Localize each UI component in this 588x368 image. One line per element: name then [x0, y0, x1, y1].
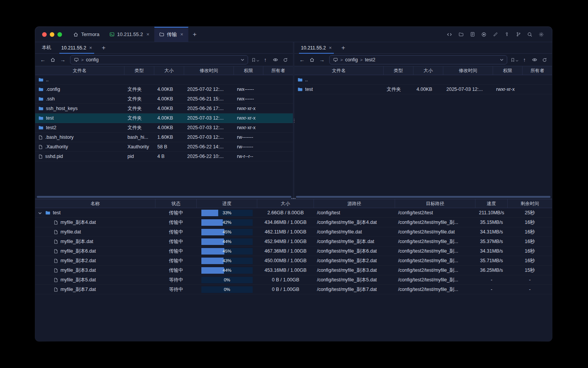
- branch-icon[interactable]: [514, 30, 523, 39]
- file-name: sshd.pid: [45, 154, 63, 159]
- home-button[interactable]: [48, 55, 57, 64]
- new-panel-tab-button[interactable]: +: [97, 42, 110, 53]
- transfer-row[interactable]: myfile_副本2.dat传输中43%450.00MB / 1.00GB/co…: [35, 256, 552, 266]
- close-tab-icon[interactable]: ×: [180, 32, 183, 37]
- terminal-icon: [109, 32, 114, 37]
- folder-icon: [38, 77, 44, 82]
- file-row[interactable]: test文件夹4.00KB2025-07-03 12:...rwxr-xr-x: [294, 85, 552, 94]
- transfer-row[interactable]: myfile_副本6.dat传输中45%467.36MB / 1.00GB/co…: [35, 246, 552, 256]
- bookmark-button[interactable]: [510, 55, 519, 64]
- key-icon[interactable]: [502, 30, 511, 39]
- show-hidden-button[interactable]: [271, 55, 280, 64]
- chevron-down-icon[interactable]: [500, 59, 503, 61]
- file-perm: rwxr-xr-x: [234, 123, 263, 132]
- panel-tab[interactable]: 本机: [37, 42, 56, 53]
- file-row[interactable]: .config文件夹4.00KB2025-07-02 12:...rwx----…: [35, 85, 293, 94]
- forward-button[interactable]: →: [58, 55, 67, 64]
- column-header[interactable]: 状态: [155, 199, 197, 208]
- path-field[interactable]: >config: [70, 55, 248, 64]
- column-header[interactable]: 大小: [413, 66, 443, 75]
- folder-outline-icon[interactable]: [456, 30, 466, 39]
- file-row[interactable]: ..: [35, 75, 293, 85]
- upload-button[interactable]: ↑: [520, 55, 529, 64]
- upload-button[interactable]: ↑: [261, 55, 270, 64]
- column-header[interactable]: 权限: [493, 66, 523, 75]
- new-window-tab-button[interactable]: +: [188, 27, 201, 42]
- transfer-row[interactable]: myfile_副本.dat传输中44%452.94MB / 1.00GB/con…: [35, 237, 552, 246]
- titlebar: Termora10.211.55.2×传输×+: [35, 27, 552, 42]
- refresh-button[interactable]: [540, 55, 549, 64]
- chevron-down-icon[interactable]: [241, 59, 244, 61]
- collapse-icon[interactable]: [38, 210, 43, 215]
- file-row[interactable]: .bash_historybash_hi...1.60KB2025-07-03 …: [35, 133, 293, 142]
- window-tab[interactable]: 传输×: [154, 27, 188, 42]
- record-icon[interactable]: [479, 30, 488, 39]
- code-icon[interactable]: [445, 30, 454, 39]
- file-row[interactable]: test文件夹4.00KB2025-07-03 12:...rwxr-xr-x: [35, 113, 293, 123]
- close-tab-icon[interactable]: ×: [89, 45, 92, 50]
- close-window-button[interactable]: [42, 32, 47, 37]
- transfer-row[interactable]: myfile_副本7.dat等待中0%0 B / 1.00GB/config/t…: [35, 285, 552, 294]
- panel-tab[interactable]: 10.211.55.2×: [296, 42, 337, 53]
- log-icon[interactable]: [468, 30, 477, 39]
- transfer-row[interactable]: myfile_副本5.dat等待中0%0 B / 1.00GB/config/t…: [35, 275, 552, 285]
- column-header[interactable]: 速度: [475, 199, 508, 208]
- file-size: [413, 75, 443, 84]
- panel-tab[interactable]: 10.211.55.2×: [56, 42, 97, 53]
- zoom-window-button[interactable]: [57, 32, 62, 37]
- column-header[interactable]: 名称: [35, 199, 155, 208]
- column-header[interactable]: 所有者: [523, 66, 552, 75]
- column-header[interactable]: 目标路径: [395, 199, 475, 208]
- close-tab-icon[interactable]: ×: [329, 45, 332, 50]
- file-owner: [263, 94, 293, 104]
- horizontal-scrollbar[interactable]: [296, 196, 550, 198]
- column-header[interactable]: 大小: [154, 66, 184, 75]
- file-row[interactable]: test2文件夹4.00KB2025-07-03 12:...rwxr-xr-x: [35, 123, 293, 133]
- new-panel-tab-button[interactable]: +: [337, 42, 350, 53]
- horizontal-scrollbar[interactable]: [37, 196, 291, 198]
- file-table-header: 文件名类型大小修改时间权限所有者: [35, 66, 293, 75]
- column-header[interactable]: 文件名: [294, 66, 384, 75]
- back-button[interactable]: ←: [38, 55, 47, 64]
- column-header[interactable]: 类型: [384, 66, 413, 75]
- file-owner: [263, 123, 293, 132]
- column-header[interactable]: 修改时间: [443, 66, 493, 75]
- column-header[interactable]: 大小: [257, 199, 314, 208]
- breadcrumb-item[interactable]: test2: [365, 57, 375, 62]
- refresh-button[interactable]: [281, 55, 290, 64]
- column-header[interactable]: 源路径: [314, 199, 395, 208]
- transfer-row[interactable]: myfile_副本4.dat传输中42%434.86MB / 1.00GB/co…: [35, 218, 552, 227]
- gear-icon[interactable]: [537, 30, 546, 39]
- forward-button[interactable]: →: [317, 55, 327, 64]
- transfer-row[interactable]: myfile.dat传输中45%462.11MB / 1.00GB/config…: [35, 227, 552, 237]
- file-row[interactable]: ..: [294, 75, 552, 85]
- window-tab[interactable]: 10.211.55.2×: [105, 27, 154, 42]
- search-icon[interactable]: [525, 30, 534, 39]
- transfer-splitter-grip-icon[interactable]: •••: [291, 197, 296, 200]
- window-tab[interactable]: Termora: [68, 27, 105, 42]
- breadcrumb-item[interactable]: config: [86, 57, 98, 62]
- back-button[interactable]: ←: [297, 55, 307, 64]
- column-header[interactable]: 剩余时间: [508, 199, 552, 208]
- close-tab-icon[interactable]: ×: [146, 32, 149, 37]
- column-header[interactable]: 类型: [124, 66, 154, 75]
- file-row[interactable]: .XauthorityXauthority58 B2025-06-22 14:.…: [35, 142, 293, 152]
- home-button[interactable]: [307, 55, 317, 64]
- column-header[interactable]: 进度: [197, 199, 257, 208]
- breadcrumb-item[interactable]: config: [345, 57, 358, 62]
- bookmark-button[interactable]: [251, 55, 260, 64]
- edit-icon[interactable]: [491, 30, 500, 39]
- file-row[interactable]: .ssh文件夹4.00KB2025-06-21 15:...rwx------: [35, 94, 293, 104]
- transfer-row[interactable]: test传输中33%2.66GB / 8.00GB/config/test/co…: [35, 208, 552, 218]
- file-row[interactable]: ssh_host_keys文件夹4.00KB2025-06-26 17:...r…: [35, 104, 293, 113]
- file-table-header: 文件名类型大小修改时间权限所有者: [294, 66, 552, 75]
- column-header[interactable]: 权限: [234, 66, 263, 75]
- show-hidden-button[interactable]: [530, 55, 539, 64]
- minimize-window-button[interactable]: [50, 32, 54, 37]
- column-header[interactable]: 修改时间: [184, 66, 234, 75]
- file-row[interactable]: sshd.pidpid4 B2025-06-22 10:...rw-r--r--: [35, 152, 293, 161]
- column-header[interactable]: 所有者: [263, 66, 293, 75]
- path-field[interactable]: >config>test2: [329, 55, 507, 64]
- column-header[interactable]: 文件名: [35, 66, 124, 75]
- transfer-row[interactable]: myfile_副本3.dat传输中44%453.16MB / 1.00GB/co…: [35, 266, 552, 275]
